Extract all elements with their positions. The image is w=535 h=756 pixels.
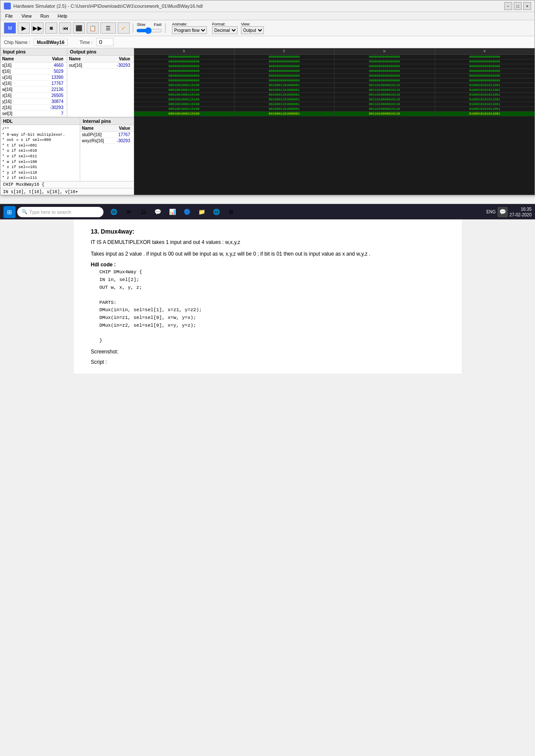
pin-s16-name: s[16] — [2, 63, 33, 68]
taskbar-search-box[interactable]: 🔍 Type here to search — [17, 207, 103, 217]
wf-row-5: 0000000000000000 0000000000000000 000000… — [134, 74, 535, 78]
wf-cell-11-u: 0011010000010110 — [335, 102, 435, 106]
code-line-parts: PARTS: — [100, 299, 444, 307]
output-col-value: Value — [100, 56, 132, 61]
wf-cell-3-v: 0000000000000000 — [435, 64, 535, 69]
internal-pin-stu0pr[interactable]: stu0Pr[16] 17767 — [80, 132, 134, 138]
hdl-line-8: * x if sel==101 — [2, 165, 78, 170]
taskbar-app-chat[interactable]: 💬 — [151, 205, 165, 219]
wf-cell-5-u: 0000000000000000 — [335, 74, 435, 78]
stop-button[interactable]: ■ — [45, 22, 57, 34]
start-button[interactable]: ⊞ — [3, 206, 16, 218]
view-select[interactable]: Output Script — [241, 26, 264, 34]
taskbar-app-settings[interactable]: ⚙ — [224, 205, 238, 219]
wf-cell-4-u: 0000000000000000 — [335, 69, 435, 73]
hdl-line-3: * out = s if sel==000 — [2, 137, 78, 143]
output-pin-out16[interactable]: out[16] -30293 — [67, 62, 134, 69]
input-pin-y16[interactable]: y[16] 30874 — [0, 99, 67, 105]
waveform-panel[interactable]: s t u v 0000000000000000 000000000000000… — [134, 48, 535, 195]
input-pins-section: Input pins Name Value s[16] 4660 t[16] 5… — [0, 48, 67, 117]
input-pin-s16[interactable]: s[16] 4660 — [0, 62, 67, 69]
menu-view[interactable]: View — [20, 13, 33, 19]
input-pin-t16[interactable]: t[16] 5029 — [0, 69, 67, 75]
wf-cell-2-s: 0000000000000000 — [134, 59, 235, 64]
wf-cell-4-s: 0000000000000000 — [134, 69, 235, 73]
play-button[interactable]: ▶ — [18, 22, 30, 34]
internal-panel: Internal pins Name Value stu0Pr[16] 1776… — [80, 118, 134, 181]
menu-run[interactable]: Run — [39, 13, 50, 19]
view-control: View: Output Script — [241, 22, 264, 34]
close-button[interactable]: × — [523, 2, 531, 10]
taskbar-app-files[interactable]: 📁 — [195, 205, 209, 219]
wf-row-7: 0001001000110100 0010001101000001 001101… — [134, 83, 535, 88]
taskbar-apps: 🌐 ✉ 🗂 💬 📊 🔵 📁 🌐 ⚙ — [107, 205, 238, 219]
wf-cell-7-s: 0001001000110100 — [134, 83, 235, 87]
code-line-close: } — [100, 337, 444, 345]
rewind-button[interactable]: ⏮ — [59, 22, 71, 34]
notify-button[interactable]: 💬 — [497, 207, 508, 217]
hdl-line-4: * t if sel==001 — [2, 143, 78, 149]
toolbar-btn-7[interactable]: 📋 — [87, 22, 99, 34]
taskbar-app-browser[interactable]: 🌐 — [210, 205, 223, 219]
speed-slider[interactable] — [136, 27, 162, 34]
wf-cell-1-u: 0000000000000000 — [335, 55, 435, 59]
waveform-header: s t u v — [134, 48, 535, 55]
input-pin-u16[interactable]: u[16] 13390 — [0, 75, 67, 81]
taskbar-app-folder[interactable]: 🗂 — [136, 205, 150, 219]
taskbar-app-excel[interactable]: 📊 — [166, 205, 179, 219]
wf-cell-1-v: 0000000000000000 — [435, 55, 535, 59]
title-bar-controls[interactable]: − □ × — [504, 2, 531, 10]
pin-y16-value: 30874 — [33, 99, 65, 104]
wf-cell-9-s: 0001001000110100 — [134, 93, 235, 97]
input-pin-x16[interactable]: x[16] 26505 — [0, 93, 67, 99]
pin-y16-name: y[16] — [2, 99, 33, 104]
view-label: View: — [241, 22, 264, 26]
input-pin-v16[interactable]: v[16] 17767 — [0, 81, 67, 87]
toolbar-btn-6[interactable]: ⬛ — [73, 22, 85, 34]
chip-info-row: Chip Name : MuxBWay16 Time : — [0, 36, 535, 48]
internal-pin-wxyzrs[interactable]: wxyzRs[16] -30293 — [80, 138, 134, 144]
animate-select[interactable]: Program flow None — [172, 26, 207, 34]
taskbar-sys: ENG — [486, 209, 496, 214]
maximize-button[interactable]: □ — [514, 2, 522, 10]
wf-row-8: 0001001000110100 0010001101000001 001101… — [134, 88, 535, 93]
wf-cell-1-s: 0000000000000000 — [134, 55, 235, 59]
minimize-button[interactable]: − — [504, 2, 512, 10]
wf-row-1: 0000000000000000 0000000000000000 000000… — [134, 55, 535, 59]
wf-cell-8-v: 0100010101011001 — [435, 88, 535, 92]
wf-row-3: 0000000000000000 0000000000000000 000000… — [134, 64, 535, 69]
wf-cell-7-u: 0011010000010110 — [335, 83, 435, 87]
menu-file[interactable]: File — [4, 13, 14, 19]
taskbar-app-mail[interactable]: ✉ — [122, 205, 135, 219]
wf-row-13: 0001001000110100 0010001101000001 001101… — [134, 112, 535, 116]
wf-cell-5-v: 0000000000000000 — [435, 74, 535, 78]
taskbar-clock: 16:35 27-02-2020 — [510, 206, 532, 218]
format-select[interactable]: Decimal Binary Hex — [212, 26, 238, 34]
input-pin-w16[interactable]: w[16] 22136 — [0, 87, 67, 93]
wf-row-11: 0001001000110100 0010001101000001 001101… — [134, 102, 535, 107]
pin-u16-value: 13390 — [33, 75, 65, 80]
menu-help[interactable]: Help — [56, 13, 69, 19]
input-pin-sel3[interactable]: sel[3] 7 — [0, 111, 67, 117]
doc-para-1: IT IS A DEMULTIPLEXOR takes 1 input and … — [91, 238, 444, 247]
time-input[interactable] — [96, 38, 113, 46]
toolbar-btn-8[interactable]: ☰ — [100, 22, 116, 34]
hdl-line-5: * u if sel==010 — [2, 148, 78, 154]
pin-sel3-value: 7 — [33, 111, 65, 116]
internal-col-name: Name — [82, 126, 106, 131]
taskbar-app-edge[interactable]: 🌐 — [107, 205, 121, 219]
title-bar: Hardware Simulator (2.5) - C:\Users\HP\D… — [0, 0, 535, 12]
pin-sel3-name: sel[3] — [2, 111, 33, 116]
toolbar-btn-9[interactable]: ✓ — [118, 22, 130, 34]
internal-stu0pr-value: 17767 — [106, 132, 132, 137]
fast-forward-button[interactable]: ▶▶ — [31, 22, 44, 34]
input-pin-z16[interactable]: z[16] -30293 — [0, 105, 67, 111]
wf-col-v: v — [435, 48, 535, 54]
toolbar: M ▶ ▶▶ ■ ⏮ ⬛ 📋 ☰ ✓ Slow Fast Animate: Pr… — [0, 20, 535, 36]
toolbar-btn-1[interactable]: M — [4, 22, 16, 34]
animate-label: Animate: — [172, 22, 207, 26]
taskbar-app-circle[interactable]: 🔵 — [180, 205, 194, 219]
chip-footer2: IN s[16], t[16], u[16], v[16▾ — [0, 188, 134, 195]
internal-stu0pr-name: stu0Pr[16] — [82, 132, 106, 137]
wf-cell-6-u: 0000000000000000 — [335, 78, 435, 83]
